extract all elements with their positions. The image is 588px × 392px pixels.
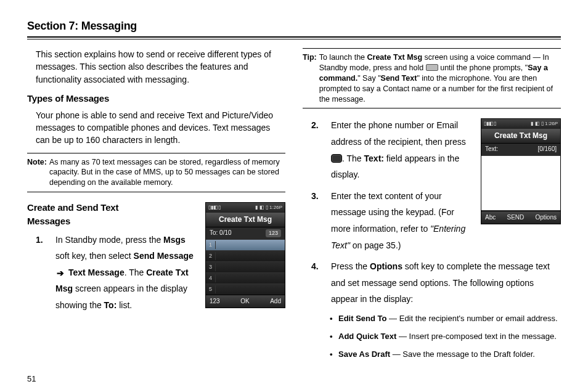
step-list-right: 2. Enter the phone number or Email addre…: [303, 117, 561, 308]
options-bullets: Edit Send To — Edit the recipient's numb…: [303, 312, 561, 361]
t: Send Message: [134, 251, 194, 261]
step-4-text: Press the Options soft key to complete t…: [331, 261, 550, 304]
t: Msgs: [163, 235, 186, 245]
section-title: Section 7: Messaging: [27, 20, 561, 33]
t: To:: [104, 300, 117, 310]
bullet-save-as-draft: Save As Draft — Save the message to the …: [338, 348, 561, 361]
step-2: 2. Enter the phone number or Email addre…: [327, 117, 561, 182]
t: Send Text: [381, 74, 417, 83]
t: Save As Draft: [338, 349, 390, 359]
note-text: As many as 70 text messages can be store…: [49, 157, 285, 189]
types-heading: Types of Messages: [27, 92, 285, 105]
step-3: 3. Enter the text content of your messag…: [327, 188, 561, 253]
rule-light: [27, 39, 561, 39]
t: Text Message: [68, 267, 125, 277]
step-1-number: 1.: [36, 232, 43, 248]
t: Create Txt Msg: [367, 53, 423, 62]
t: Edit Send To: [338, 314, 386, 323]
t: Options: [370, 261, 402, 271]
t: In Standby mode, press the: [55, 235, 163, 245]
t: Text:: [364, 153, 384, 163]
step-1-text: In Standby mode, press the Msgs soft key…: [55, 235, 194, 310]
note-box: Note: As many as 70 text messages can be…: [27, 153, 285, 193]
t: — Edit the recipient's number or email a…: [386, 314, 557, 323]
bullet-add-quick-text: Add Quick Text — Insert pre-composed tex…: [338, 330, 561, 343]
types-paragraph: Your phone is able to send and receive T…: [36, 109, 285, 147]
t: on page 35.): [350, 240, 401, 250]
arrow-icon: ➔: [57, 265, 64, 282]
t: — Insert pre-composed text in the messag…: [396, 332, 556, 341]
t: soft key, then select: [55, 251, 134, 261]
step-4-number: 4.: [311, 258, 319, 275]
tip-box: Tip: To launch the Create Txt Msg screen…: [303, 48, 561, 108]
t: Enter the phone number or Email address …: [331, 120, 466, 147]
step-1: 1. In Standby mode, press the Msgs soft …: [52, 232, 285, 314]
step-2-text: Enter the phone number or Email address …: [331, 120, 466, 179]
step-list-left: 1. In Standby mode, press the Msgs soft …: [27, 232, 285, 314]
intro-paragraph: This section explains how to send or rec…: [36, 48, 285, 86]
voice-key-icon: [426, 64, 438, 71]
tip-text: To launch the Create Txt Msg screen usin…: [319, 52, 561, 104]
tip-label: Tip:: [303, 52, 317, 104]
page-number: 51: [27, 374, 36, 383]
t: until the phone prompts, ": [438, 63, 528, 72]
step-2-number: 2.: [311, 117, 319, 134]
t: Press the: [331, 261, 370, 271]
phone1-status-right: ▮ ◧ ▯ 1:26P: [255, 204, 282, 211]
t: To launch the: [319, 53, 367, 62]
step-4: 4. Press the Options soft key to complet…: [327, 258, 561, 308]
t: " Say ": [357, 74, 380, 83]
bullet-edit-send-to: Edit Send To — Edit the recipient's numb…: [338, 312, 561, 325]
phone1-status-left: ▯▮◧▯: [208, 204, 221, 211]
t: list.: [116, 300, 132, 310]
note-label: Note:: [27, 157, 47, 189]
left-column: This section explains how to send or rec…: [27, 48, 285, 365]
t: Add Quick Text: [338, 332, 396, 341]
rule-heavy: [27, 36, 561, 38]
step-3-number: 3.: [311, 188, 319, 205]
right-column: Tip: To launch the Create Txt Msg screen…: [303, 48, 561, 365]
create-heading: Create and Send Text Messages: [27, 201, 163, 228]
phone1-title: Create Txt Msg: [206, 213, 285, 227]
two-column-layout: This section explains how to send or rec…: [27, 48, 561, 365]
t: . The: [125, 267, 147, 277]
ok-key-icon: [331, 154, 342, 163]
step-3-text: Enter the text content of your message u…: [331, 191, 465, 250]
t: . The: [342, 153, 364, 163]
t: — Save the message to the Draft folder.: [390, 349, 535, 359]
